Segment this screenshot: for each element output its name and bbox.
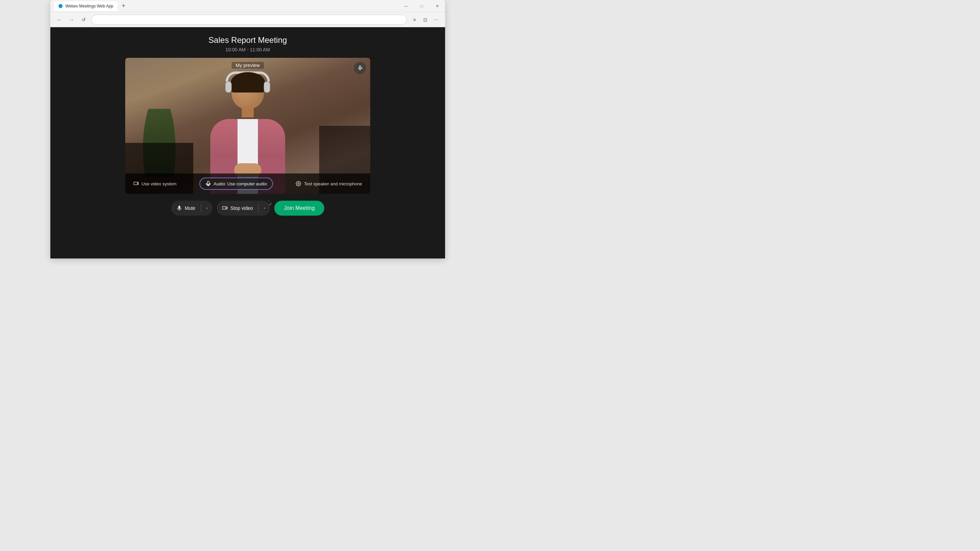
- chevron-down-icon: [263, 206, 266, 210]
- meeting-time: 10:00 AM - 11:00 AM: [208, 47, 287, 52]
- forward-button[interactable]: →: [67, 15, 76, 24]
- microphone-icon: [357, 65, 363, 71]
- stop-video-pill: Stop video: [217, 201, 270, 216]
- use-video-system-button[interactable]: Use video system: [134, 181, 177, 186]
- chevron-down-icon: [205, 206, 208, 210]
- toolbar-actions: ≡ ⊡ ⋯: [410, 15, 441, 24]
- headphone-left: [226, 82, 232, 92]
- video-controls-bar: Use video system Audio: Use computer aud…: [125, 173, 370, 194]
- menu-icon[interactable]: ≡: [410, 15, 419, 24]
- close-button[interactable]: ✕: [430, 0, 445, 12]
- video-chevron[interactable]: [259, 201, 270, 216]
- minimize-button[interactable]: —: [398, 0, 414, 12]
- audio-level-button[interactable]: [354, 62, 366, 74]
- person-hair: [231, 72, 265, 92]
- preview-label: My preview: [232, 62, 264, 69]
- stop-video-button[interactable]: Stop video: [217, 201, 258, 216]
- browser-window: Webex Meetings Web App + — □ ✕ ← → ↺ ≡ ⊡…: [50, 0, 445, 259]
- more-options-icon[interactable]: ⋯: [431, 15, 441, 24]
- browser-titlebar: Webex Meetings Web App + — □ ✕: [50, 0, 445, 12]
- mute-label: Mute: [185, 205, 195, 211]
- svg-rect-5: [223, 206, 226, 209]
- mute-button[interactable]: Mute: [171, 201, 201, 216]
- test-speaker-label: Test speaker and microphone: [304, 181, 362, 186]
- meeting-header: Sales Report Meeting 10:00 AM - 11:00 AM: [208, 27, 287, 58]
- address-bar[interactable]: [91, 14, 407, 25]
- sidebar-icon[interactable]: ⊡: [421, 15, 430, 24]
- audio-icon: [205, 181, 211, 186]
- person-head: [232, 75, 264, 109]
- stop-video-label: Stop video: [231, 205, 253, 211]
- settings-icon: [296, 181, 301, 186]
- mute-pill: Mute: [171, 201, 213, 216]
- video-preview-container: My preview: [125, 58, 370, 194]
- test-speaker-button[interactable]: Test speaker and microphone: [296, 181, 362, 186]
- new-tab-button[interactable]: +: [119, 2, 128, 11]
- tab-favicon-icon: [59, 4, 63, 8]
- app-content: Sales Report Meeting 10:00 AM - 11:00 AM: [50, 27, 445, 259]
- refresh-button[interactable]: ↺: [79, 15, 89, 24]
- back-button[interactable]: ←: [54, 15, 64, 24]
- audio-computer-label: Audio: Use computer audio: [214, 181, 267, 186]
- headphone-right: [264, 82, 270, 92]
- audio-computer-button[interactable]: Audio: Use computer audio: [199, 178, 273, 190]
- window-controls: — □ ✕: [398, 0, 445, 12]
- tab-title: Webex Meetings Web App: [65, 4, 113, 8]
- browser-tab[interactable]: Webex Meetings Web App: [54, 2, 118, 11]
- join-meeting-button[interactable]: Join Meeting: [274, 201, 324, 216]
- meeting-title: Sales Report Meeting: [208, 35, 287, 45]
- mute-icon: [177, 205, 182, 211]
- maximize-button[interactable]: □: [414, 0, 430, 12]
- person-neck: [242, 107, 254, 118]
- svg-rect-3: [134, 182, 137, 185]
- bottom-action-bar: Mute Stop video: [171, 194, 324, 222]
- svg-point-4: [298, 183, 299, 184]
- video-icon: [222, 205, 228, 211]
- mute-chevron[interactable]: [201, 201, 213, 216]
- video-system-icon: [134, 181, 139, 186]
- browser-toolbar: ← → ↺ ≡ ⊡ ⋯: [50, 12, 445, 27]
- use-video-system-label: Use video system: [142, 181, 177, 186]
